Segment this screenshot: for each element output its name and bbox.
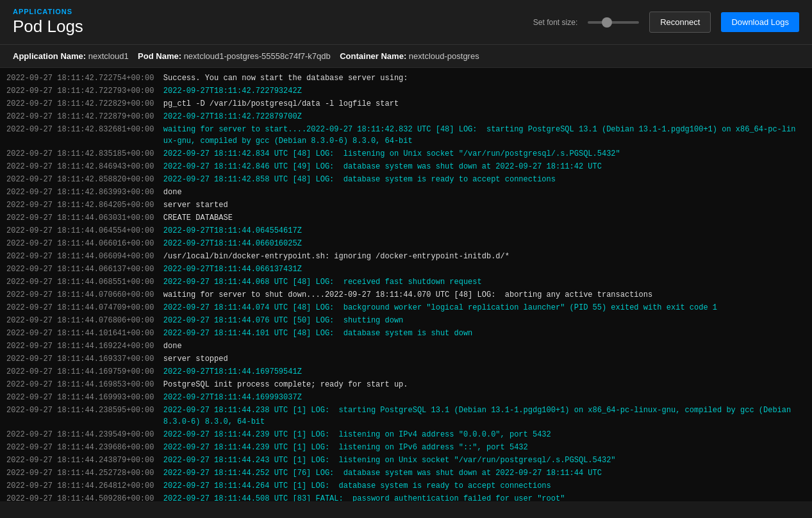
- log-timestamp: 2022-09-27 18:11:44.169224+00:00: [6, 340, 163, 352]
- log-timestamp: 2022-09-27 18:11:44.066094+00:00: [6, 251, 163, 262]
- reconnect-button[interactable]: Reconnect: [649, 12, 711, 33]
- log-message: server started: [163, 199, 799, 211]
- log-line: 2022-09-27 18:11:44.169853+00:00 Postgre…: [0, 378, 812, 391]
- log-timestamp: 2022-09-27 18:11:44.169337+00:00: [6, 353, 163, 365]
- log-message: PostgreSQL init process complete; ready …: [163, 379, 799, 390]
- log-timestamp: 2022-09-27 18:11:44.169853+00:00: [6, 379, 163, 390]
- app-name-value: nextcloud1: [88, 51, 129, 61]
- app-label: APPLICATIONS: [13, 8, 83, 15]
- log-line: 2022-09-27 18:11:44.169337+00:00 server …: [0, 353, 812, 365]
- log-line: 2022-09-27 18:11:44.239549+00:00 2022-09…: [0, 428, 812, 441]
- log-line: 2022-09-27 18:11:44.066137+00:00 2022-09…: [0, 263, 812, 276]
- log-line: 2022-09-27 18:11:44.264812+00:00 2022-09…: [0, 480, 812, 492]
- font-size-slider[interactable]: [588, 21, 639, 24]
- log-timestamp: 2022-09-27 18:11:44.239549+00:00: [6, 429, 163, 440]
- log-timestamp: 2022-09-27 18:11:42.722793+00:00: [6, 85, 163, 97]
- log-timestamp: 2022-09-27 18:11:44.264812+00:00: [6, 480, 163, 492]
- header-controls: Set font size: Reconnect Download Logs: [533, 12, 799, 33]
- meta-bar: Application Name: nextcloud1 Pod Name: n…: [0, 45, 812, 68]
- log-line: 2022-09-27 18:11:44.169993+00:00 2022-09…: [0, 391, 812, 404]
- log-timestamp: 2022-09-27 18:11:44.101641+00:00: [6, 328, 163, 339]
- log-line: 2022-09-27 18:11:44.066016+00:00 2022-09…: [0, 237, 812, 250]
- log-timestamp: 2022-09-27 18:11:42.722879+00:00: [6, 111, 163, 122]
- log-message: 2022-09-27T18:11:44.066016025Z: [163, 238, 799, 249]
- log-message: pg_ctl -D /var/lib/postgresql/data -l lo…: [163, 98, 799, 110]
- log-timestamp: 2022-09-27 18:11:44.064554+00:00: [6, 225, 163, 237]
- log-message: 2022-09-27 18:11:44.508 UTC [83] FATAL: …: [163, 493, 799, 501]
- log-timestamp: 2022-09-27 18:11:44.068551+00:00: [6, 276, 163, 288]
- log-message: CREATE DATABASE: [163, 212, 799, 224]
- log-message: 2022-09-27T18:11:44.169759541Z: [163, 366, 799, 378]
- log-message: server stopped: [163, 353, 799, 365]
- log-line: 2022-09-27 18:11:44.101641+00:00 2022-09…: [0, 327, 812, 340]
- log-message: 2022-09-27 18:11:44.252 UTC [76] LOG: da…: [163, 467, 799, 479]
- pod-name-label: Pod Name:: [138, 51, 181, 61]
- log-message: 2022-09-27 18:11:44.239 UTC [1] LOG: lis…: [163, 442, 799, 453]
- page-title: Pod Logs: [13, 17, 83, 37]
- log-message: 2022-09-27 18:11:44.243 UTC [1] LOG: lis…: [163, 455, 799, 466]
- log-message: 2022-09-27 18:11:44.239 UTC [1] LOG: lis…: [163, 429, 799, 440]
- log-line: 2022-09-27 18:11:42.846943+00:00 2022-09…: [0, 160, 812, 173]
- log-message: 2022-09-27T18:11:42.722793242Z: [163, 85, 799, 97]
- log-timestamp: 2022-09-27 18:11:44.252728+00:00: [6, 467, 163, 479]
- log-timestamp: 2022-09-27 18:11:42.863993+00:00: [6, 187, 163, 198]
- log-line: 2022-09-27 18:11:42.832681+00:00 waiting…: [0, 123, 812, 147]
- log-message: 2022-09-27 18:11:44.101 UTC [48] LOG: da…: [163, 328, 799, 339]
- log-timestamp: 2022-09-27 18:11:42.835185+00:00: [6, 148, 163, 160]
- log-line: 2022-09-27 18:11:42.863993+00:00 done: [0, 186, 812, 199]
- log-line: 2022-09-27 18:11:42.722879+00:00 2022-09…: [0, 110, 812, 123]
- log-message: 2022-09-27 18:11:44.074 UTC [48] LOG: ba…: [163, 302, 799, 313]
- log-line: 2022-09-27 18:11:44.074709+00:00 2022-09…: [0, 301, 812, 314]
- log-line: 2022-09-27 18:11:44.169224+00:00 done: [0, 340, 812, 353]
- log-line: 2022-09-27 18:11:42.722793+00:00 2022-09…: [0, 85, 812, 97]
- log-message: 2022-09-27T18:11:44.169993037Z: [163, 392, 799, 403]
- download-logs-button[interactable]: Download Logs: [721, 12, 799, 32]
- log-message: 2022-09-27 18:11:42.858 UTC [48] LOG: da…: [163, 174, 799, 185]
- container-name-value: nextcloud-postgres: [409, 51, 479, 61]
- app-name-label: Application Name:: [13, 51, 86, 61]
- log-message: 2022-09-27T18:11:44.066137431Z: [163, 263, 799, 275]
- log-timestamp: 2022-09-27 18:11:44.509286+00:00: [6, 493, 163, 501]
- log-line: 2022-09-27 18:11:44.252728+00:00 2022-09…: [0, 467, 812, 480]
- log-timestamp: 2022-09-27 18:11:44.239686+00:00: [6, 442, 163, 453]
- log-message: 2022-09-27T18:11:42.722879700Z: [163, 111, 799, 122]
- log-message: 2022-09-27 18:11:44.068 UTC [48] LOG: re…: [163, 276, 799, 288]
- log-timestamp: 2022-09-27 18:11:44.169993+00:00: [6, 392, 163, 403]
- log-message: done: [163, 340, 799, 352]
- log-line: 2022-09-27 18:11:44.063031+00:00 CREATE …: [0, 212, 812, 224]
- log-message: /usr/local/bin/docker-entrypoint.sh: ign…: [163, 251, 799, 262]
- container-name-label: Container Name:: [340, 51, 406, 61]
- log-timestamp: 2022-09-27 18:11:42.722829+00:00: [6, 98, 163, 110]
- log-timestamp: 2022-09-27 18:11:44.243879+00:00: [6, 455, 163, 466]
- log-message: 2022-09-27 18:11:42.834 UTC [48] LOG: li…: [163, 148, 799, 160]
- header: APPLICATIONS Pod Logs Set font size: Rec…: [0, 0, 812, 45]
- log-timestamp: 2022-09-27 18:11:42.832681+00:00: [6, 124, 163, 147]
- log-line: 2022-09-27 18:11:44.169759+00:00 2022-09…: [0, 365, 812, 378]
- log-line: 2022-09-27 18:11:44.239686+00:00 2022-09…: [0, 441, 812, 454]
- log-line: 2022-09-27 18:11:42.722829+00:00 pg_ctl …: [0, 97, 812, 110]
- log-message: 2022-09-27T18:11:44.064554617Z: [163, 225, 799, 237]
- log-message: 2022-09-27 18:11:42.846 UTC [49] LOG: da…: [163, 161, 799, 172]
- log-timestamp: 2022-09-27 18:11:44.076806+00:00: [6, 315, 163, 326]
- log-timestamp: 2022-09-27 18:11:44.063031+00:00: [6, 212, 163, 224]
- log-line: 2022-09-27 18:11:44.238595+00:00 2022-09…: [0, 404, 812, 428]
- log-line: 2022-09-27 18:11:42.722754+00:00 Success…: [0, 72, 812, 85]
- log-line: 2022-09-27 18:11:44.076806+00:00 2022-09…: [0, 314, 812, 327]
- log-timestamp: 2022-09-27 18:11:44.066137+00:00: [6, 263, 163, 275]
- log-line: 2022-09-27 18:11:42.864205+00:00 server …: [0, 199, 812, 212]
- pod-name-value: nextcloud1-postgres-55558c74f7-k7qdb: [184, 51, 331, 61]
- log-line: 2022-09-27 18:11:42.835185+00:00 2022-09…: [0, 147, 812, 160]
- header-title-area: APPLICATIONS Pod Logs: [13, 8, 83, 37]
- log-message: 2022-09-27 18:11:44.238 UTC [1] LOG: sta…: [163, 405, 799, 428]
- log-timestamp: 2022-09-27 18:11:42.858820+00:00: [6, 174, 163, 185]
- log-line: 2022-09-27 18:11:44.070660+00:00 waiting…: [0, 288, 812, 301]
- log-message: Success. You can now start the database …: [163, 72, 799, 84]
- log-container[interactable]: 2022-09-27 18:11:42.722754+00:00 Success…: [0, 68, 812, 501]
- log-line: 2022-09-27 18:11:44.066094+00:00 /usr/lo…: [0, 250, 812, 263]
- log-timestamp: 2022-09-27 18:11:44.070660+00:00: [6, 289, 163, 301]
- log-timestamp: 2022-09-27 18:11:44.238595+00:00: [6, 405, 163, 428]
- log-message: done: [163, 187, 799, 198]
- log-message: waiting for server to start....2022-09-2…: [163, 124, 799, 147]
- log-line: 2022-09-27 18:11:44.068551+00:00 2022-09…: [0, 276, 812, 288]
- log-message: 2022-09-27 18:11:44.076 UTC [50] LOG: sh…: [163, 315, 799, 326]
